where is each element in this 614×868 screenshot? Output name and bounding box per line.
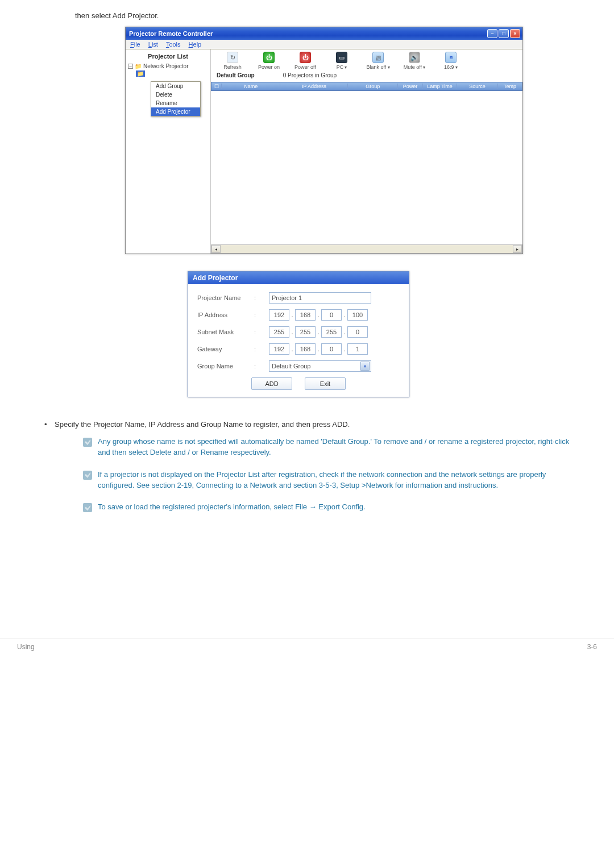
col-ip-address[interactable]: IP Address [280, 84, 348, 89]
power-off-icon: ⏻ [300, 52, 311, 63]
label-group-name: Group Name [197, 363, 254, 369]
toolbar: ↻Refresh ⏻Power on ⏻Power off ▭PC ▧Blank… [211, 49, 522, 71]
footer-page-number: 3-6 [587, 643, 597, 651]
col-checkbox[interactable]: ☐ [211, 84, 222, 89]
mask-octet-3[interactable]: 255 [321, 326, 342, 338]
projector-name-input[interactable]: Projector 1 [269, 292, 371, 304]
window-maximize-button[interactable]: □ [499, 29, 509, 38]
intro-text: then select Add Projector. [75, 11, 597, 20]
note-icon [83, 471, 92, 480]
note-default-group: Any group whose name is not specified wi… [83, 437, 580, 458]
scroll-left-arrow[interactable]: ◂ [211, 245, 221, 253]
toolbar-refresh[interactable]: ↻Refresh [214, 52, 251, 70]
menubar: File List Tools Help [126, 40, 522, 49]
group-bar: Default Group 0 Projectors in Group [211, 71, 522, 82]
toolbar-power-off[interactable]: ⏻Power off [287, 52, 323, 70]
current-group-name: Default Group [217, 72, 255, 78]
chevron-down-icon[interactable]: ▾ [360, 362, 370, 371]
toolbar-power-on[interactable]: ⏻Power on [251, 52, 287, 70]
col-temp[interactable]: Temp [498, 84, 522, 89]
gw-octet-3[interactable]: 0 [321, 343, 342, 355]
exit-button[interactable]: Exit [305, 377, 346, 390]
context-delete[interactable]: Delete [151, 90, 200, 99]
context-add-projector[interactable]: Add Projector [151, 107, 200, 116]
app-screenshot: Projector Remote Controller – □ × File L… [125, 27, 597, 254]
add-projector-dialog-screenshot: Add Projector Projector Name : Projector… [188, 271, 597, 397]
window-minimize-button[interactable]: – [487, 29, 497, 38]
note-not-displayed: If a projector is not displayed on the P… [83, 470, 580, 491]
projector-list-sidebar: Projector List – 📁 Network Projector 📁 A… [126, 49, 211, 254]
label-projector-name: Projector Name [197, 294, 254, 301]
tree-collapse-icon[interactable]: – [128, 64, 133, 69]
gw-octet-1[interactable]: 192 [269, 343, 289, 355]
context-menu: Add Group Delete Rename Add Projector [151, 81, 201, 117]
table-header: ☐ Name IP Address Group Power Lamp Time … [211, 82, 522, 91]
col-source[interactable]: Source [457, 84, 498, 89]
subnet-mask-input[interactable]: 255. 255. 255. 0 [269, 326, 368, 338]
tree-node-default-group[interactable]: 📁 [136, 70, 145, 77]
sidebar-title: Projector List [128, 53, 208, 60]
footer-section: Using [17, 643, 35, 651]
window-title: Projector Remote Controller [128, 30, 487, 37]
gateway-input[interactable]: 192. 168. 0. 1 [269, 343, 368, 355]
mask-octet-1[interactable]: 255 [269, 326, 289, 338]
mask-octet-4[interactable]: 0 [347, 326, 368, 338]
horizontal-scrollbar[interactable]: ◂ ▸ [211, 244, 522, 254]
gw-octet-4[interactable]: 1 [347, 343, 368, 355]
ip-octet-1[interactable]: 192 [269, 309, 289, 321]
note-icon [83, 503, 92, 512]
menu-list[interactable]: List [148, 41, 158, 48]
power-on-icon: ⏻ [263, 52, 275, 63]
ip-octet-2[interactable]: 168 [295, 309, 316, 321]
source-icon: ▭ [336, 52, 347, 63]
dialog-title: Add Projector [188, 272, 409, 284]
projector-count: 0 Projectors in Group [283, 72, 337, 78]
toolbar-blank-off[interactable]: ▧Blank off [360, 52, 396, 70]
menu-tools[interactable]: Tools [166, 41, 181, 48]
label-ip-address: IP Address [197, 312, 254, 318]
col-name[interactable]: Name [222, 84, 280, 89]
ip-address-input[interactable]: 192. 168. 0. 100 [269, 309, 368, 321]
instruction-line: • Specify the Projector Name, IP Address… [44, 420, 597, 429]
label-subnet-mask: Subnet Mask [197, 329, 254, 335]
speaker-icon: 🔊 [409, 52, 420, 63]
scroll-right-arrow[interactable]: ▸ [513, 245, 522, 253]
blank-icon: ▧ [372, 52, 384, 63]
window-titlebar: Projector Remote Controller – □ × [126, 27, 522, 40]
group-name-value: Default Group [272, 363, 310, 369]
col-group[interactable]: Group [348, 84, 398, 89]
toolbar-aspect-ratio[interactable]: ⧈16:9 [433, 52, 469, 70]
col-lamp-time[interactable]: Lamp Time [423, 84, 457, 89]
ip-octet-3[interactable]: 0 [321, 309, 342, 321]
table-body-empty [211, 91, 522, 244]
toolbar-mute-off[interactable]: 🔊Mute off [396, 52, 433, 70]
ip-octet-4[interactable]: 100 [347, 309, 368, 321]
gw-octet-2[interactable]: 168 [295, 343, 316, 355]
page-footer: Using 3-6 [0, 638, 614, 662]
group-name-select[interactable]: Default Group ▾ [269, 360, 371, 372]
context-add-group[interactable]: Add Group [151, 82, 200, 90]
menu-help[interactable]: Help [189, 41, 202, 48]
toolbar-pc[interactable]: ▭PC [323, 52, 360, 70]
mask-octet-2[interactable]: 255 [295, 326, 316, 338]
refresh-icon: ↻ [227, 52, 238, 63]
label-gateway: Gateway [197, 346, 254, 352]
menu-file[interactable]: File [130, 41, 140, 48]
add-button[interactable]: ADD [251, 377, 292, 390]
col-power[interactable]: Power [398, 84, 423, 89]
tree-root-network-projector[interactable]: – 📁 Network Projector [128, 63, 208, 69]
note-icon [83, 438, 92, 447]
window-close-button[interactable]: × [510, 29, 520, 38]
aspect-ratio-icon: ⧈ [445, 52, 457, 63]
note-export-config: To save or load the registered projecter… [83, 502, 580, 513]
context-rename[interactable]: Rename [151, 99, 200, 107]
